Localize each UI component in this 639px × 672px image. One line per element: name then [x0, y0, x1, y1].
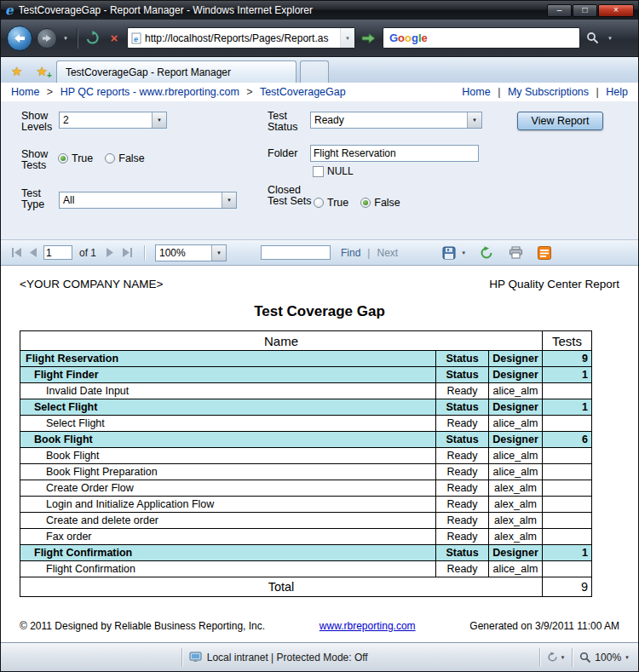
minimize-button[interactable]: – [547, 4, 572, 17]
show-tests-false-radio[interactable] [105, 153, 115, 164]
null-checkbox[interactable] [313, 166, 324, 177]
row-name-cell: Create Order Flow [20, 480, 436, 497]
breadcrumb-home-link[interactable]: Home [11, 86, 39, 98]
table-row: Select Flight Status Designer 1 [20, 399, 592, 416]
view-report-button[interactable]: View Report [517, 112, 603, 130]
row-tests-cell [543, 513, 592, 529]
closed-true-label[interactable]: True [327, 197, 348, 209]
star-glyph: ★ [11, 65, 22, 78]
toolbar-divider [77, 28, 78, 49]
test-type-select[interactable]: All ▼ [59, 192, 237, 209]
closed-true-radio[interactable] [314, 198, 324, 208]
history-dropdown-icon[interactable]: ▼ [61, 36, 70, 41]
close-button[interactable]: × [598, 4, 634, 17]
search-icon[interactable] [584, 30, 602, 47]
find-input[interactable] [261, 245, 331, 260]
row-status-cell: Ready [436, 416, 489, 432]
closed-false-label[interactable]: False [374, 197, 400, 209]
find-link[interactable]: Find [341, 247, 360, 259]
row-status-cell: Status [436, 545, 489, 561]
row-designer-cell: alex_alm [489, 529, 543, 545]
breadcrumb-current-link[interactable]: TestCoverageGap [260, 86, 346, 98]
company-name: <YOUR COMPANY NAME> [20, 278, 163, 290]
favorites-star-icon[interactable]: ★ [6, 60, 27, 81]
search-brand-letter: o [405, 32, 412, 43]
row-tests-cell: 6 [543, 432, 592, 448]
row-name-cell: Flight Finder [20, 367, 436, 383]
chevron-down-icon: ▼ [560, 655, 565, 660]
my-subscriptions-link[interactable]: My Subscriptions [508, 86, 589, 98]
add-favorite-icon[interactable]: ★+ [31, 60, 52, 81]
row-tests-cell: 1 [543, 399, 592, 416]
null-option: NULL [313, 165, 354, 177]
report-header: <YOUR COMPANY NAME> HP Quality Center Re… [20, 278, 619, 290]
show-tests-true-label[interactable]: True [72, 152, 93, 164]
back-button[interactable] [7, 26, 32, 51]
row-designer-cell: Designer [489, 351, 543, 367]
title-bar: e TestCoverageGap - Report Manager - Win… [1, 1, 638, 20]
first-page-icon[interactable] [9, 247, 23, 259]
report-builder-icon[interactable] [536, 245, 553, 261]
zoom-select[interactable]: 100% ▼ [155, 244, 227, 261]
chevron-down-icon[interactable]: ▼ [152, 112, 166, 128]
total-value: 9 [543, 577, 592, 597]
chevron-down-icon[interactable]: ▼ [222, 192, 236, 208]
export-dropdown-icon[interactable]: ▼ [461, 250, 466, 256]
show-levels-label: Show Levels [21, 111, 62, 133]
search-brand-letter: o [398, 32, 405, 43]
search-dropdown-icon[interactable]: ▼ [606, 36, 614, 41]
row-name-cell: Login and Initialize Application Flow [20, 497, 436, 513]
row-status-cell: Ready [436, 497, 489, 513]
page-number-input[interactable] [43, 245, 72, 260]
search-brand-letter: g [412, 32, 418, 43]
search-box[interactable]: G o o g l e [383, 27, 580, 49]
go-button[interactable] [360, 29, 378, 48]
print-icon[interactable] [507, 245, 524, 261]
address-dropdown-icon[interactable]: ▼ [340, 28, 354, 48]
stop-x-glyph: × [111, 32, 118, 44]
refresh-report-icon[interactable] [478, 245, 495, 261]
show-levels-select[interactable]: 2 ▼ [59, 112, 167, 129]
new-tab-stub[interactable] [300, 60, 329, 83]
breadcrumb: Home > HP QC reports - www.rbreporting.c… [11, 86, 346, 98]
tab-label: TestCoverageGap - Report Manager [66, 66, 231, 78]
tab-testcoveragegap[interactable]: TestCoverageGap - Report Manager [56, 60, 296, 83]
last-page-icon[interactable] [120, 247, 134, 259]
home-link[interactable]: Home [462, 86, 490, 98]
next-page-icon[interactable] [103, 247, 117, 259]
forward-button[interactable] [37, 28, 57, 49]
table-row: Select Flight Ready alice_alm [20, 416, 592, 432]
find-next-link[interactable]: Next [377, 247, 398, 259]
row-status-cell: Ready [436, 561, 489, 577]
show-tests-radios: True False [58, 152, 153, 164]
table-row: Flight Confirmation Status Designer 1 [20, 545, 592, 561]
browser-window: e TestCoverageGap - Report Manager - Win… [0, 0, 639, 672]
help-link[interactable]: Help [606, 86, 628, 98]
export-icon[interactable] [440, 245, 458, 261]
row-tests-cell: 1 [543, 545, 592, 561]
show-tests-true-radio[interactable] [58, 153, 68, 164]
chevron-down-icon[interactable]: ▼ [211, 245, 226, 261]
previous-page-icon[interactable] [26, 247, 40, 259]
column-header-name: Name [20, 331, 543, 351]
chevron-down-icon[interactable]: ▼ [467, 112, 481, 128]
show-tests-false-label[interactable]: False [118, 152, 145, 164]
stop-icon[interactable]: × [106, 30, 123, 47]
closed-false-radio[interactable] [360, 198, 371, 208]
page-options-button[interactable]: ▼ [547, 652, 565, 663]
toolbar-divider [144, 245, 145, 261]
maximize-button[interactable]: □ [573, 4, 597, 17]
folder-input[interactable] [310, 145, 479, 162]
chevron-down-icon: ▼ [625, 655, 630, 660]
row-status-cell: Ready [436, 383, 489, 399]
address-bar[interactable]: e http://localhost/Reports/Pages/Report.… [127, 27, 355, 49]
zoom-control[interactable]: 100% ▼ [579, 652, 630, 663]
table-row: Book Flight Ready alice_alm [20, 448, 592, 464]
null-label[interactable]: NULL [327, 165, 354, 177]
breadcrumb-folder-link[interactable]: HP QC reports - www.rbreporting.com [60, 86, 239, 98]
refresh-icon[interactable] [84, 30, 101, 47]
test-status-select[interactable]: Ready ▼ [310, 112, 482, 129]
rbreporting-link[interactable]: www.rbreporting.com [320, 620, 416, 632]
row-designer-cell: alex_alm [489, 513, 543, 529]
row-tests-cell [543, 497, 592, 513]
